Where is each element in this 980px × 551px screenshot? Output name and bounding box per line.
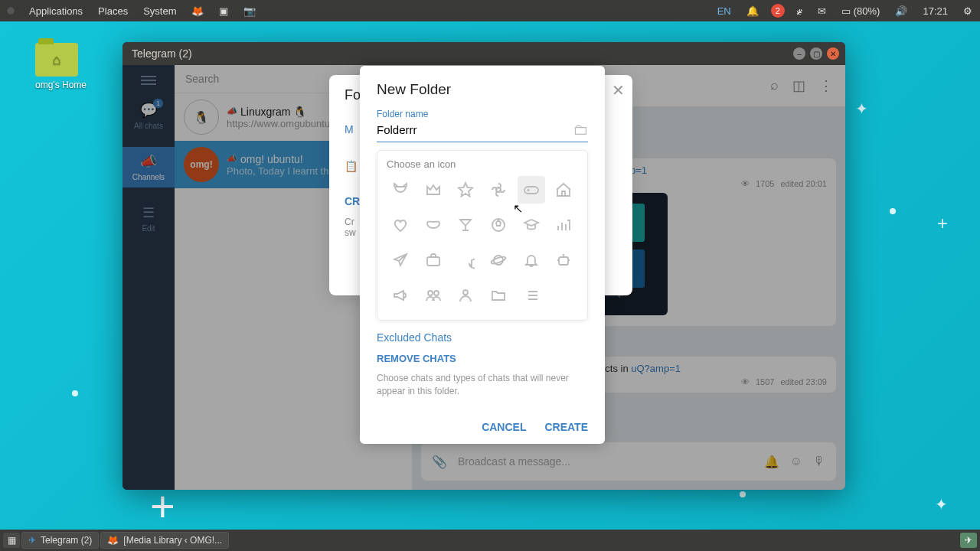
system-top-panel: Applications Places System 🦊 ▣ 📷 EN 🔔 2 …	[0, 0, 980, 21]
menu-applications[interactable]: Applications	[26, 4, 86, 18]
distro-logo-icon	[5, 5, 17, 17]
folder-outline-icon[interactable]: 🗀	[573, 121, 588, 139]
excluded-help-text: Choose chats and types of chats that wil…	[377, 372, 588, 398]
megaphone-icon[interactable]	[387, 282, 414, 309]
excluded-chats-heading: Excluded Chats	[377, 331, 588, 344]
battery-icon[interactable]: ▭ (80%)	[838, 4, 884, 18]
screenshot-icon[interactable]: 📷	[240, 4, 259, 18]
svg-point-8	[434, 291, 439, 295]
show-desktop-button[interactable]: ▦	[3, 533, 20, 548]
folder-name-label: Folder name	[377, 109, 588, 119]
graduation-icon[interactable]	[518, 211, 545, 239]
person-icon[interactable]	[452, 282, 479, 309]
create-button[interactable]: CREATE	[544, 421, 588, 433]
menu-places[interactable]: Places	[95, 4, 131, 18]
mail-icon[interactable]: ✉	[815, 4, 829, 18]
svg-point-7	[428, 291, 433, 295]
window-maximize-button[interactable]: ▢	[810, 47, 822, 60]
svg-point-5	[491, 256, 507, 265]
menu-system[interactable]: System	[140, 4, 179, 18]
list-icon[interactable]	[518, 282, 545, 309]
game-icon[interactable]	[518, 176, 545, 204]
remove-chats-button[interactable]: REMOVE CHATS	[377, 353, 588, 364]
close-icon[interactable]: ✕	[612, 81, 625, 99]
window-minimize-button[interactable]: –	[793, 47, 805, 60]
keyboard-lang-indicator[interactable]: EN	[714, 4, 734, 18]
svg-rect-1	[524, 187, 538, 194]
clock[interactable]: 17:21	[920, 4, 951, 18]
mask-icon[interactable]	[420, 211, 447, 239]
svg-rect-3	[427, 257, 439, 266]
window-close-button[interactable]: ✕	[827, 47, 839, 60]
taskbar-label: [Media Library ‹ OMG!...	[123, 535, 222, 546]
bell-icon[interactable]	[518, 246, 545, 274]
folder-icon[interactable]	[485, 282, 512, 309]
martini-icon[interactable]	[452, 211, 479, 239]
sparkle-icon: ✦	[935, 495, 948, 514]
firefox-icon: 🦊	[107, 535, 119, 546]
planet-icon[interactable]	[485, 246, 512, 274]
system-tray-telegram[interactable]: ✈	[960, 533, 977, 548]
folder-icon	[35, 43, 78, 77]
soccer-icon[interactable]	[485, 211, 512, 239]
briefcase-icon[interactable]	[420, 246, 447, 274]
notifications-bell-icon[interactable]: 🔔	[743, 4, 762, 18]
cat-icon[interactable]	[387, 176, 414, 204]
svg-point-9	[463, 290, 468, 295]
bottom-taskbar: ▦ ✈Telegram (2) 🦊[Media Library ‹ OMG!..…	[0, 530, 980, 551]
desktop-icon-label: omg's Home	[35, 80, 87, 90]
svg-rect-6	[559, 257, 568, 265]
desktop-home-folder[interactable]: omg's Home	[35, 43, 87, 90]
window-title: Telegram (2)	[132, 47, 192, 60]
flower-icon[interactable]	[485, 176, 512, 204]
star-icon[interactable]	[452, 176, 479, 204]
chat-icon[interactable]	[452, 246, 479, 274]
home-icon[interactable]	[550, 176, 577, 204]
group-icon[interactable]	[420, 282, 447, 309]
icon-picker: Choose an icon	[377, 150, 588, 321]
new-folder-modal: New Folder Folder name 🗀 Choose an icon	[360, 66, 605, 444]
icon-picker-hint: Choose an icon	[387, 158, 578, 170]
telegram-icon: ✈	[28, 535, 36, 546]
dot-decor	[890, 208, 896, 214]
plus-decor-icon: +	[937, 213, 948, 234]
cancel-button[interactable]: CANCEL	[482, 421, 526, 433]
heart-icon[interactable]	[387, 211, 414, 239]
sparkle-icon: ✦	[855, 99, 868, 118]
dot-decor	[72, 390, 78, 396]
volume-icon[interactable]: 🔊	[892, 4, 910, 18]
power-icon[interactable]: ⚙	[960, 4, 975, 18]
taskbar-item-telegram[interactable]: ✈Telegram (2)	[21, 532, 99, 549]
wifi-icon[interactable]: ⸙	[794, 4, 805, 18]
modal-title: New Folder	[377, 81, 588, 98]
crown-icon[interactable]	[420, 176, 447, 204]
airplane-icon[interactable]	[387, 246, 414, 274]
updates-badge[interactable]: 2	[771, 4, 785, 18]
taskbar-label: Telegram (2)	[41, 535, 92, 546]
chart-icon[interactable]	[550, 211, 577, 239]
terminal-icon[interactable]: ▣	[216, 4, 231, 18]
folder-name-input[interactable]	[377, 123, 573, 136]
robot-icon[interactable]	[550, 246, 577, 274]
telegram-tray-icon: ✈	[965, 535, 972, 546]
taskbar-item-firefox[interactable]: 🦊[Media Library ‹ OMG!...	[100, 532, 229, 549]
window-titlebar[interactable]: Telegram (2) – ▢ ✕	[122, 42, 845, 65]
firefox-icon[interactable]: 🦊	[188, 4, 207, 18]
dot-decor	[740, 491, 746, 497]
